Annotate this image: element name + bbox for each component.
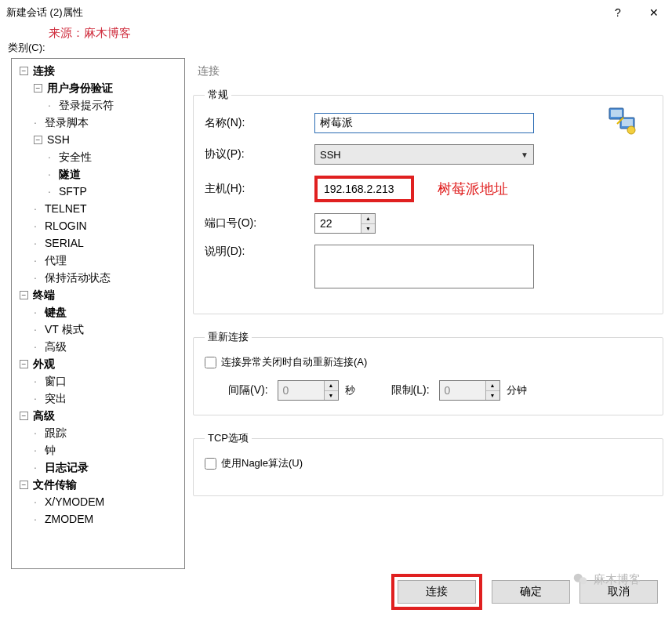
- general-group: 常规 名称(N): 协议(P): SSH ▼ 主机(H): 树莓派地址: [193, 88, 663, 314]
- tree-item-proxy[interactable]: 代理: [43, 252, 67, 269]
- tree-item-tunnel[interactable]: 隧道: [57, 165, 81, 183]
- tree-item-telnet[interactable]: TELNET: [43, 200, 87, 217]
- tree-item-keyboard[interactable]: 键盘: [43, 303, 67, 321]
- protocol-select[interactable]: SSH ▼: [314, 144, 534, 165]
- tree-item-vtmode[interactable]: VT 模式: [43, 321, 84, 338]
- tree-item-highlight[interactable]: 突出: [43, 390, 67, 407]
- description-input[interactable]: [314, 245, 534, 288]
- limit-stepper: ▲▼: [439, 380, 500, 401]
- interval-label: 间隔(V):: [228, 383, 268, 397]
- interval-unit: 秒: [345, 383, 355, 397]
- host-input[interactable]: [319, 180, 409, 198]
- limit-unit: 分钟: [507, 383, 527, 397]
- close-button[interactable]: ✕: [636, 0, 672, 25]
- port-input[interactable]: [315, 214, 361, 233]
- tcp-legend: TCP选项: [205, 431, 252, 445]
- connect-button[interactable]: 连接: [398, 580, 476, 604]
- tree-item-login-script[interactable]: 登录脚本: [43, 114, 89, 131]
- help-button[interactable]: ?: [600, 0, 636, 25]
- tree-item-term-advanced[interactable]: 高级: [43, 338, 67, 355]
- tree-item-connection[interactable]: 连接: [31, 62, 55, 79]
- protocol-value: SSH: [320, 149, 341, 161]
- interval-stepper: ▲▼: [278, 380, 339, 401]
- tree-item-keepalive[interactable]: 保持活动状态: [43, 269, 111, 286]
- tree-item-trace[interactable]: 跟踪: [43, 424, 67, 441]
- host-label: 主机(H):: [205, 182, 314, 196]
- chevron-down-icon: ▼: [521, 151, 529, 159]
- source-watermark: 来源：麻木博客: [49, 26, 131, 41]
- category-label: 类别(C):: [8, 41, 45, 55]
- general-legend: 常规: [205, 88, 231, 102]
- tree-item-rlogin[interactable]: RLOGIN: [43, 217, 87, 234]
- tcp-group: TCP选项 使用Nagle算法(U): [193, 431, 663, 496]
- wechat-icon: [572, 571, 589, 588]
- tree-item-login-prompt[interactable]: 登录提示符: [57, 96, 114, 114]
- reconnect-group: 重新连接 连接异常关闭时自动重新连接(A) 间隔(V): ▲▼ 秒 限制(L):…: [193, 330, 663, 415]
- spinner-icon: ▲▼: [485, 381, 499, 400]
- tree-item-advanced[interactable]: 高级: [31, 407, 55, 424]
- port-label: 端口号(O):: [205, 216, 314, 230]
- svg-point-4: [627, 126, 635, 134]
- nagle-label: 使用Nagle算法(U): [221, 456, 303, 470]
- tree-item-filetransfer[interactable]: 文件传输: [31, 476, 77, 493]
- collapse-icon[interactable]: −: [20, 360, 28, 368]
- port-stepper[interactable]: ▲▼: [314, 213, 376, 234]
- tree-item-ssh[interactable]: SSH: [45, 131, 70, 148]
- tree-item-bell[interactable]: 钟: [43, 441, 56, 459]
- tree-item-appearance[interactable]: 外观: [31, 355, 55, 372]
- tree-item-zmodem[interactable]: ZMODEM: [43, 510, 93, 528]
- tree-item-user-auth[interactable]: 用户身份验证: [45, 79, 113, 96]
- svg-point-6: [579, 577, 587, 584]
- auto-reconnect-label: 连接异常关闭时自动重新连接(A): [221, 355, 367, 369]
- name-input[interactable]: [314, 113, 534, 133]
- tree-item-security[interactable]: 安全性: [57, 148, 92, 165]
- auto-reconnect-checkbox[interactable]: [205, 357, 216, 368]
- tree-item-terminal[interactable]: 终端: [31, 286, 55, 303]
- limit-input: [440, 381, 485, 400]
- settings-panel: 连接 常规 名称(N): 协议(P): SSH ▼ 主机(H):: [193, 58, 663, 512]
- protocol-label: 协议(P):: [205, 147, 314, 161]
- title-bar: 新建会话 (2)属性 ? ✕: [0, 0, 672, 25]
- ok-button[interactable]: 确定: [492, 580, 570, 604]
- panel-heading: 连接: [193, 58, 663, 88]
- collapse-icon[interactable]: −: [20, 481, 28, 489]
- interval-input: [278, 381, 324, 400]
- spinner-icon: ▲▼: [324, 381, 338, 400]
- spinner-icon[interactable]: ▲▼: [361, 214, 375, 233]
- tree-item-window[interactable]: 窗口: [43, 372, 67, 390]
- limit-label: 限制(L):: [391, 383, 430, 397]
- desc-label: 说明(D):: [205, 245, 314, 259]
- svg-rect-3: [622, 119, 633, 126]
- category-tree[interactable]: −连接 −用户身份验证 ·登录提示符 ·登录脚本 −SSH ·安全性 ·隧道 ·…: [11, 58, 185, 569]
- host-highlight: [314, 176, 414, 202]
- collapse-icon[interactable]: −: [20, 291, 28, 299]
- tree-item-serial[interactable]: SERIAL: [43, 234, 84, 252]
- connect-highlight: 连接: [391, 574, 482, 610]
- reconnect-legend: 重新连接: [205, 330, 252, 344]
- svg-rect-1: [611, 110, 622, 117]
- tree-item-xymodem[interactable]: X/YMODEM: [43, 493, 104, 510]
- tree-item-logging[interactable]: 日志记录: [43, 459, 89, 476]
- nagle-checkbox[interactable]: [205, 458, 216, 470]
- collapse-icon[interactable]: −: [20, 67, 28, 75]
- collapse-icon[interactable]: −: [20, 412, 28, 420]
- collapse-icon[interactable]: −: [34, 84, 42, 93]
- tree-item-sftp[interactable]: SFTP: [57, 183, 87, 200]
- bottom-watermark: 麻木博客: [572, 571, 641, 588]
- window-title: 新建会话 (2)属性: [6, 5, 600, 20]
- collapse-icon[interactable]: −: [34, 136, 42, 144]
- connection-icon: [608, 105, 639, 136]
- host-annotation: 树莓派地址: [438, 180, 508, 198]
- name-label: 名称(N):: [205, 116, 314, 130]
